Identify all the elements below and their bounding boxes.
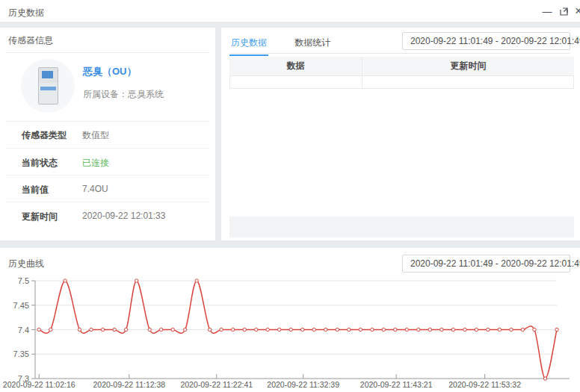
svg-text:2020-09-22 11:12:38: 2020-09-22 11:12:38 <box>93 380 165 389</box>
svg-text:7.5: 7.5 <box>18 276 29 285</box>
history-curve-panel: 历史曲线 2020-09-22 11:01:49 - 2020-09-22 12… <box>0 248 580 392</box>
table-cell-update-time <box>362 76 573 88</box>
column-header-data: 数据 <box>229 57 362 75</box>
device-label-strip <box>40 87 56 90</box>
sensor-device-image <box>21 59 75 113</box>
table-header-row: 数据 更新时间 <box>229 57 574 76</box>
tab-data-statistics[interactable]: 数据统计 <box>293 34 332 55</box>
svg-text:2020-09-22 11:02:16: 2020-09-22 11:02:16 <box>3 380 75 389</box>
table-cell-data <box>230 76 362 88</box>
update-time-value: 2020-09-22 12:01:33 <box>82 211 165 221</box>
history-curve-title: 历史曲线 <box>8 258 44 270</box>
update-time-row: 更新时间 2020-09-22 12:01:33 <box>6 202 209 228</box>
svg-text:2020-09-22 11:43:21: 2020-09-22 11:43:21 <box>360 380 433 389</box>
divider <box>6 52 209 53</box>
svg-text:7.45: 7.45 <box>13 301 29 310</box>
sensor-type-row: 传感器类型 数值型 <box>6 121 209 148</box>
close-button[interactable]: × <box>573 0 580 22</box>
history-data-table: 数据 更新时间 <box>229 57 574 89</box>
window-titlebar: 历史数据 — × <box>0 0 580 22</box>
sensor-type-label: 传感器类型 <box>22 129 67 142</box>
sensor-type-value: 数值型 <box>82 129 109 142</box>
window-title: 历史数据 <box>8 7 44 19</box>
sensor-status-label: 当前状态 <box>22 157 58 169</box>
svg-text:2020-09-22 11:53:32: 2020-09-22 11:53:32 <box>448 380 521 389</box>
svg-text:2020-09-22 11:22:41: 2020-09-22 11:22:41 <box>180 380 253 389</box>
current-value: 7.4OU <box>82 184 108 194</box>
curve-date-range-picker[interactable]: 2020-09-22 11:01:49 - 2020-09-22 12:01:4… <box>402 255 570 273</box>
sensor-info-panel: 传感器信息 恶臭（OU） 所属设备：恶臭系统 传感器类型 数值型 当前状态 已连… <box>0 28 215 240</box>
chart-area: 7.37.357.47.457.52020-09-22 11:02:162020… <box>0 275 580 392</box>
sensor-parent-device: 所属设备：恶臭系统 <box>83 88 164 101</box>
sensor-info-title: 传感器信息 <box>8 34 53 47</box>
date-range-value: 2020-09-22 11:01:49 - 2020-09-22 12:01:4… <box>410 36 580 46</box>
column-header-update-time: 更新时间 <box>362 57 574 75</box>
sensor-name[interactable]: 恶臭（OU） <box>83 65 137 78</box>
tab-history-data[interactable]: 历史数据 <box>229 34 268 55</box>
svg-text:2020-09-22 11:32:39: 2020-09-22 11:32:39 <box>267 380 339 389</box>
curve-date-range-value: 2020-09-22 11:01:49 - 2020-09-22 12:01:4… <box>410 258 580 269</box>
sensor-current-value-row: 当前值 7.4OU <box>6 175 209 202</box>
sensor-status-badge: 已连接 <box>82 157 109 169</box>
date-range-picker[interactable]: 2020-09-22 11:01:49 - 2020-09-22 12:01:4… <box>402 32 570 50</box>
pagination-bar <box>229 217 574 237</box>
maximize-button[interactable] <box>558 0 570 22</box>
sensor-status-row: 当前状态 已连接 <box>6 148 209 175</box>
minimize-button[interactable]: — <box>541 0 553 22</box>
device-screen <box>42 71 53 78</box>
maximize-icon <box>559 7 569 16</box>
history-data-panel: 历史数据 数据统计 2020-09-22 11:01:49 - 2020-09-… <box>221 28 580 240</box>
device-cabinet-icon <box>38 67 58 105</box>
table-row <box>229 76 574 89</box>
history-curve-chart: 7.37.357.47.457.52020-09-22 11:02:162020… <box>0 275 580 392</box>
sensor-detail-list: 传感器类型 数值型 当前状态 已连接 当前值 7.4OU 更新时间 2020-0… <box>0 121 215 228</box>
update-time-label: 更新时间 <box>22 211 58 223</box>
current-value-label: 当前值 <box>22 184 49 196</box>
svg-text:7.35: 7.35 <box>13 349 29 358</box>
svg-text:7.4: 7.4 <box>18 326 29 335</box>
